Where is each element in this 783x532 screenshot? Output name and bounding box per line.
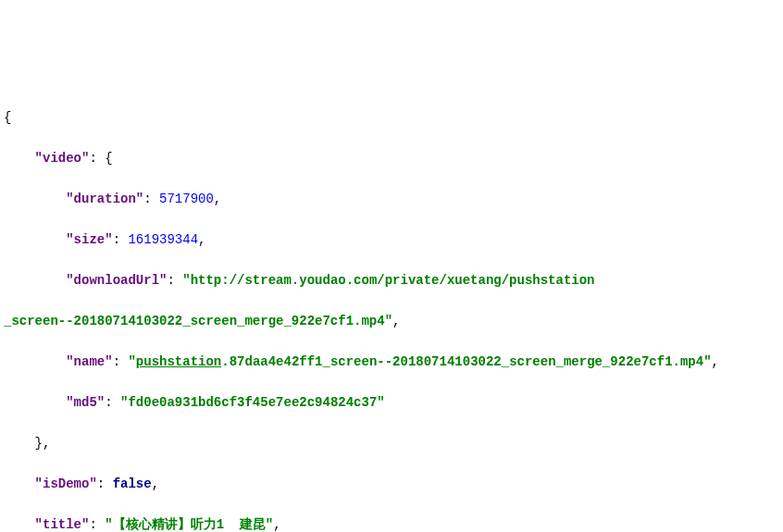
line-duration: "duration": 5717900, [4,189,779,209]
line-video-close: }, [4,433,779,453]
line-downloadurl-2: _screen--20180714103022_screen_merge_922… [4,311,779,331]
line-size: "size": 161939344, [4,229,779,250]
line-video-open: "video": { [4,148,779,168]
line-title: "title": "【核心精讲】听力1 建昆", [4,514,779,532]
json-viewer: { "video": { "duration": 5717900, "size"… [4,87,779,532]
line-open: { [4,107,779,128]
line-downloadurl-1: "downloadUrl": "http://stream.youdao.com… [4,270,779,291]
line-name: "name": "pushstation.87daa4e42ff1_screen… [4,352,779,372]
line-isdemo: "isDemo": false, [4,474,779,494]
line-md5: "md5": "fd0e0a931bd6cf3f45e7ee2c94824c37… [4,392,779,413]
